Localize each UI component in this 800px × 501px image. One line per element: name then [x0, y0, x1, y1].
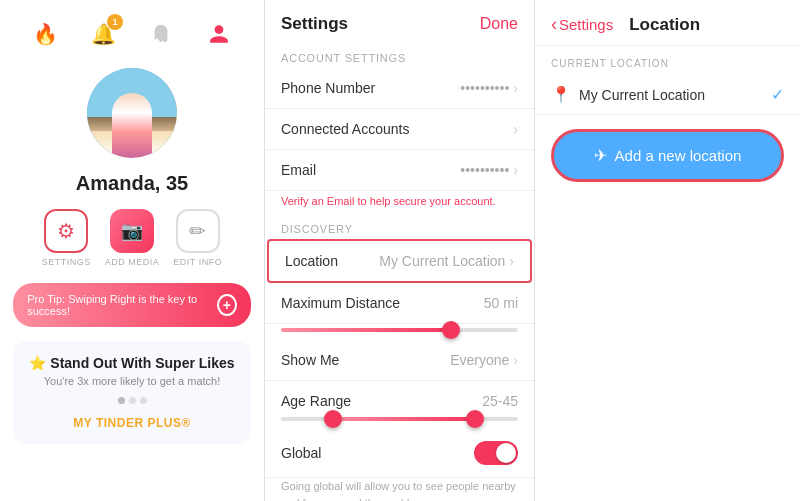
- superlikes-box: ⭐ Stand Out With Super Likes You're 3x m…: [13, 341, 251, 444]
- add-new-location-button[interactable]: ✈ Add a new location: [551, 129, 784, 182]
- connected-label: Connected Accounts: [281, 121, 409, 137]
- notification-icon[interactable]: 🔔 1: [87, 18, 119, 50]
- gear-icon: ⚙: [57, 219, 75, 243]
- show-me-label: Show Me: [281, 352, 339, 368]
- map-pin-icon: 📍: [551, 85, 571, 104]
- add-media-label: ADD MEDIA: [105, 257, 160, 267]
- superlikes-title: ⭐ Stand Out With Super Likes: [27, 355, 237, 371]
- checkmark-icon: ✓: [771, 85, 784, 104]
- pro-tip-text: Pro Tip: Swiping Right is the key to suc…: [27, 293, 217, 317]
- done-button[interactable]: Done: [480, 15, 518, 33]
- back-chevron-icon: ‹: [551, 14, 557, 35]
- location-value: My Current Location ›: [379, 253, 514, 269]
- dots-indicator: [27, 397, 237, 404]
- email-row[interactable]: Email •••••••••• ›: [265, 150, 534, 191]
- age-slider-fill: [328, 417, 470, 421]
- pro-tip-plus-button[interactable]: +: [217, 294, 237, 316]
- age-slider-track: [281, 417, 518, 421]
- middle-panel: Settings Done ACCOUNT SETTINGS Phone Num…: [265, 0, 535, 501]
- current-location-section-label: CURRENT LOCATION: [535, 46, 800, 75]
- profile-icon[interactable]: [203, 18, 235, 50]
- email-value: •••••••••• ›: [460, 162, 518, 178]
- top-icon-bar: 🔥 🔔 1: [0, 10, 264, 58]
- email-label: Email: [281, 162, 316, 178]
- toggle-knob: [496, 443, 516, 463]
- pencil-icon: ✏: [189, 219, 206, 243]
- slider-fill: [281, 328, 447, 332]
- settings-button[interactable]: ⚙ SETTINGS: [42, 209, 91, 267]
- plus-icon: +: [223, 297, 231, 313]
- dot-2: [129, 397, 136, 404]
- star-icon: ⭐: [29, 355, 46, 371]
- chevron-right-icon: ›: [509, 253, 514, 269]
- phone-number-row[interactable]: Phone Number •••••••••• ›: [265, 68, 534, 109]
- age-slider-thumb-right[interactable]: [466, 410, 484, 428]
- settings-title: Settings: [281, 14, 348, 34]
- age-range-value: 25-45: [482, 393, 518, 409]
- location-name: My Current Location: [579, 87, 705, 103]
- right-header: ‹ Settings Location: [535, 0, 800, 46]
- connected-accounts-row[interactable]: Connected Accounts ›: [265, 109, 534, 150]
- camera-icon: 📷: [121, 220, 143, 242]
- phone-label: Phone Number: [281, 80, 375, 96]
- back-button[interactable]: ‹ Settings: [551, 14, 613, 35]
- global-toggle[interactable]: [474, 441, 518, 465]
- plane-icon: ✈: [594, 146, 607, 165]
- back-label: Settings: [559, 16, 613, 33]
- age-range-row: Age Range 25-45: [265, 381, 534, 413]
- max-distance-row: Maximum Distance 50 mi: [265, 283, 534, 324]
- slider-track: [281, 328, 518, 332]
- left-panel: 🔥 🔔 1 Amanda, 35 ⚙ SETTINGS: [0, 0, 265, 501]
- middle-header: Settings Done: [265, 0, 534, 44]
- notification-badge: 1: [107, 14, 123, 30]
- ghost-icon[interactable]: [145, 18, 177, 50]
- avatar: [87, 68, 177, 158]
- action-buttons: ⚙ SETTINGS 📷 ADD MEDIA ✏ EDIT INFO: [42, 209, 222, 267]
- chevron-right-icon: ›: [513, 121, 518, 137]
- settings-label: SETTINGS: [42, 257, 91, 267]
- chevron-right-icon: ›: [513, 352, 518, 368]
- chevron-right-icon: ›: [513, 162, 518, 178]
- edit-info-label: EDIT INFO: [173, 257, 222, 267]
- add-media-button[interactable]: 📷 ADD MEDIA: [105, 209, 160, 267]
- superlikes-sub: You're 3x more likely to get a match!: [27, 375, 237, 387]
- distance-slider[interactable]: [265, 324, 534, 340]
- show-me-row[interactable]: Show Me Everyone ›: [265, 340, 534, 381]
- global-label: Global: [281, 445, 321, 461]
- dot-1: [118, 397, 125, 404]
- my-tinder-plus-button[interactable]: MY TINDER PLUS®: [27, 416, 237, 430]
- global-row: Global: [265, 429, 534, 478]
- account-section-label: ACCOUNT SETTINGS: [265, 44, 534, 68]
- age-range-label: Age Range: [281, 393, 351, 409]
- max-distance-label: Maximum Distance: [281, 295, 400, 311]
- email-warning: Verify an Email to help secure your acco…: [265, 191, 534, 215]
- flame-icon[interactable]: 🔥: [29, 18, 61, 50]
- right-panel: ‹ Settings Location CURRENT LOCATION 📍 M…: [535, 0, 800, 501]
- location-left: 📍 My Current Location: [551, 85, 705, 104]
- user-name: Amanda, 35: [76, 172, 188, 195]
- age-slider-thumb-left[interactable]: [324, 410, 342, 428]
- max-distance-value: 50 mi: [484, 295, 518, 311]
- add-location-label: Add a new location: [615, 147, 742, 164]
- discovery-section-label: DISCOVERY: [265, 215, 534, 239]
- global-description: Going global will allow you to see peopl…: [265, 478, 534, 501]
- phone-value: •••••••••• ›: [460, 80, 518, 96]
- show-me-value: Everyone ›: [450, 352, 518, 368]
- age-range-slider[interactable]: [265, 413, 534, 429]
- pro-tip-bar: Pro Tip: Swiping Right is the key to suc…: [13, 283, 251, 327]
- location-page-title: Location: [629, 15, 700, 35]
- chevron-right-icon: ›: [513, 80, 518, 96]
- my-current-location-row[interactable]: 📍 My Current Location ✓: [535, 75, 800, 115]
- slider-thumb[interactable]: [442, 321, 460, 339]
- connected-value: ›: [513, 121, 518, 137]
- location-row[interactable]: Location My Current Location ›: [267, 239, 532, 283]
- location-label: Location: [285, 253, 338, 269]
- edit-info-button[interactable]: ✏ EDIT INFO: [173, 209, 222, 267]
- dot-3: [140, 397, 147, 404]
